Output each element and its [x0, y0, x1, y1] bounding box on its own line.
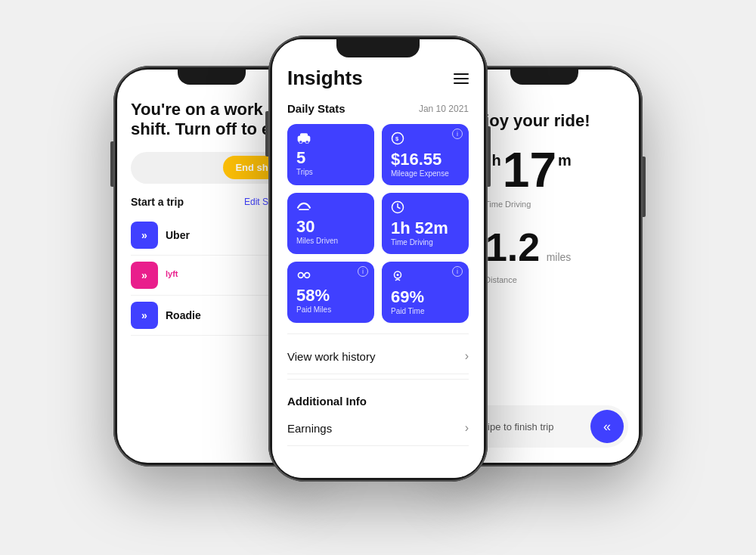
paid-time-icon	[391, 269, 460, 286]
notch-right	[510, 70, 578, 85]
mileage-value: $16.55	[391, 151, 460, 168]
paid-miles-icon	[296, 269, 365, 284]
paid-time-label: Paid Time	[391, 307, 460, 315]
trips-label: Trips	[296, 168, 365, 176]
stat-paid-miles: i 58% Paid Miles	[287, 262, 374, 323]
start-trip-label: Start a trip	[131, 196, 184, 208]
stat-trips: 5 Trips	[287, 124, 374, 185]
lyft-label: lyft	[166, 267, 196, 283]
svg-point-4	[305, 141, 308, 144]
view-work-history-text: View work history	[287, 350, 375, 363]
roadie-label: Roadie	[166, 309, 201, 321]
time-driving-label: Time Driving	[485, 200, 531, 209]
divider-2	[287, 379, 469, 380]
trips-value: 5	[296, 150, 365, 166]
swipe-button[interactable]: «	[590, 410, 624, 443]
chevron-icon: ›	[465, 349, 469, 363]
uber-icon: »	[131, 222, 158, 249]
svg-point-11	[397, 274, 399, 276]
distance-label: Distance	[485, 275, 517, 284]
minutes-sup: m	[558, 152, 572, 169]
minutes-value: 17	[503, 146, 556, 194]
svg-point-9	[305, 273, 310, 278]
earnings-row[interactable]: Earnings ›	[287, 411, 469, 446]
svg-point-3	[299, 141, 302, 144]
time-icon	[391, 200, 460, 217]
daily-stats-date: Jan 10 2021	[419, 104, 469, 114]
time-driving-badge: Time Driving	[463, 196, 625, 212]
paid-miles-label: Paid Miles	[296, 305, 365, 314]
uber-label: Uber	[166, 229, 190, 241]
svg-point-8	[299, 273, 304, 278]
notch-left	[178, 70, 246, 85]
divider-1	[287, 333, 469, 334]
stat-paid-time: i 69% Paid Time	[382, 262, 469, 323]
hamburger-menu-icon[interactable]	[454, 73, 469, 84]
daily-stats-header: Daily Stats Jan 10 2021	[287, 102, 469, 115]
notch-center	[336, 39, 420, 57]
view-work-history-row[interactable]: View work history ›	[287, 339, 469, 374]
mileage-label: Mileage Expense	[391, 169, 460, 178]
paid-miles-value: 58%	[296, 287, 365, 304]
miles-value: 30	[296, 219, 365, 235]
center-phone: Insights Daily Stats Jan 10 2021	[268, 36, 488, 482]
mileage-icon: $	[391, 132, 460, 148]
svg-text:lyft: lyft	[166, 269, 178, 278]
stat-miles: 30 Miles Driven	[287, 193, 374, 254]
hours-sup: h	[492, 152, 501, 169]
stat-mileage: i $ $16.55 Mileage Expense	[382, 124, 469, 185]
phones-container: You're on a work shift. Turn off to end …	[113, 20, 643, 535]
time-label: Time Driving	[391, 238, 460, 246]
miles-unit: miles	[547, 251, 572, 263]
paid-time-value: 69%	[391, 289, 460, 305]
paid-time-info-icon: i	[452, 266, 463, 277]
daily-stats-label: Daily Stats	[287, 102, 345, 115]
uber-brand-label: Uber	[463, 97, 625, 108]
lyft-icon: »	[131, 262, 158, 289]
earnings-text: Earnings	[287, 422, 332, 435]
earnings-chevron-icon: ›	[465, 421, 469, 435]
miles-display: 11.2 miles	[463, 228, 625, 267]
miles-icon	[296, 200, 365, 215]
svg-text:$: $	[395, 135, 399, 142]
trips-icon	[296, 132, 365, 147]
svg-rect-2	[300, 133, 308, 137]
roadie-icon: »	[131, 302, 158, 329]
insights-title: Insights	[287, 67, 363, 90]
stats-grid: 5 Trips i $ $16.55 Mileage Ex	[287, 124, 469, 323]
stat-time: 1h 52m Time Driving	[382, 193, 469, 254]
center-header: Insights	[287, 67, 469, 90]
paid-miles-info-icon: i	[358, 266, 368, 277]
distance-badge: Distance	[463, 271, 625, 288]
mileage-info-icon: i	[452, 129, 463, 139]
additional-info-label: Additional Info	[287, 384, 469, 411]
time-value: 1h 52m	[391, 220, 460, 237]
miles-label: Miles Driven	[296, 237, 365, 245]
